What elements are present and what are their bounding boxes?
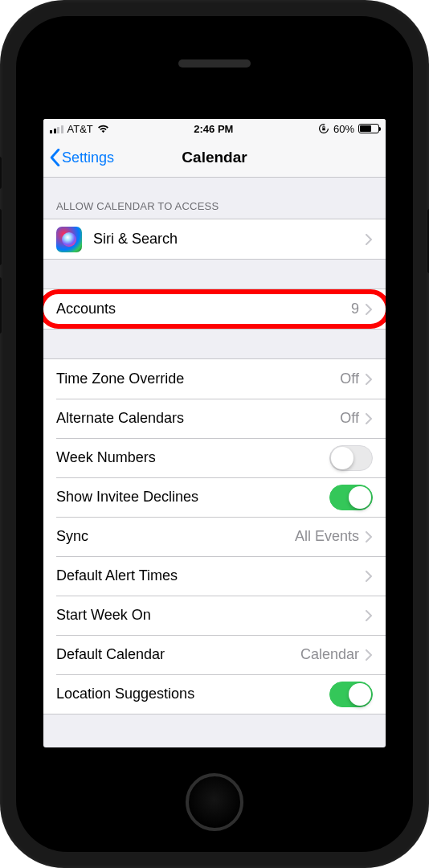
- row-start-week-on[interactable]: Start Week On: [43, 596, 386, 635]
- status-bar: AT&T 2:46 PM 60%: [43, 119, 386, 138]
- row-show-invitee-declines: Show Invitee Declines: [43, 477, 386, 517]
- row-default-alert-times[interactable]: Default Alert Times: [43, 556, 386, 596]
- row-default-calendar[interactable]: Default Calendar Calendar: [43, 635, 386, 674]
- clock-label: 2:46 PM: [194, 123, 233, 135]
- row-value: 9: [351, 301, 359, 317]
- volume-up-button: [0, 209, 2, 265]
- row-siri-search[interactable]: Siri & Search: [43, 219, 386, 259]
- chevron-right-icon: [366, 304, 373, 315]
- row-week-numbers: Week Numbers: [43, 438, 386, 477]
- row-value: All Events: [295, 528, 359, 545]
- chevron-right-icon: [366, 413, 373, 424]
- volume-down-button: [0, 277, 2, 334]
- toggle-week-numbers[interactable]: [329, 445, 373, 471]
- row-label: Time Zone Override: [56, 371, 340, 387]
- toggle-invitee-declines[interactable]: [329, 485, 373, 510]
- group-accounts: Accounts 9: [43, 289, 386, 330]
- navigation-bar: Settings Calendar: [43, 138, 386, 178]
- mute-switch: [0, 157, 2, 189]
- row-sync[interactable]: Sync All Events: [43, 517, 386, 556]
- svg-rect-1: [322, 128, 325, 130]
- chevron-left-icon: [50, 149, 60, 166]
- home-button[interactable]: [186, 773, 243, 831]
- row-label: Sync: [56, 528, 295, 545]
- group-siri: Siri & Search: [43, 219, 386, 260]
- section-header-access: ALLOW CALENDAR TO ACCESS: [43, 178, 386, 219]
- row-label: Location Suggestions: [56, 686, 329, 702]
- row-value: Calendar: [300, 646, 359, 663]
- chevron-right-icon: [366, 234, 373, 245]
- row-value: Off: [340, 410, 359, 427]
- toggle-location-suggestions[interactable]: [329, 682, 373, 707]
- row-value: Off: [340, 371, 359, 387]
- cell-signal-icon: [50, 125, 63, 133]
- row-accounts[interactable]: Accounts 9: [43, 289, 386, 329]
- row-label: Show Invitee Declines: [56, 489, 329, 506]
- row-label: Alternate Calendars: [56, 410, 340, 427]
- chevron-right-icon: [366, 374, 373, 385]
- row-alternate-calendars[interactable]: Alternate Calendars Off: [43, 399, 386, 438]
- rotation-lock-icon: [318, 123, 329, 134]
- screen: AT&T 2:46 PM 60%: [43, 119, 386, 747]
- carrier-label: AT&T: [67, 123, 93, 135]
- back-button[interactable]: Settings: [50, 149, 114, 166]
- row-label: Default Alert Times: [56, 567, 366, 584]
- chevron-right-icon: [366, 571, 373, 582]
- battery-icon: [358, 124, 379, 133]
- wifi-icon: [97, 125, 109, 133]
- siri-icon: [56, 227, 82, 252]
- back-label: Settings: [62, 149, 114, 166]
- battery-percent-label: 60%: [333, 123, 354, 135]
- row-label: Siri & Search: [93, 231, 366, 248]
- row-timezone-override[interactable]: Time Zone Override Off: [43, 359, 386, 399]
- earpiece-speaker: [178, 59, 251, 68]
- battery-fill: [360, 125, 371, 132]
- row-label: Start Week On: [56, 607, 366, 624]
- row-label: Week Numbers: [56, 449, 329, 466]
- row-label: Default Calendar: [56, 646, 300, 663]
- chevron-right-icon: [366, 649, 373, 661]
- iphone-device-frame: AT&T 2:46 PM 60%: [0, 0, 429, 868]
- chevron-right-icon: [366, 610, 373, 621]
- group-main-settings: Time Zone Override Off Alternate Calenda…: [43, 358, 386, 714]
- row-location-suggestions: Location Suggestions: [43, 674, 386, 714]
- chevron-right-icon: [366, 531, 373, 542]
- accounts-highlight: Accounts 9: [43, 289, 386, 330]
- row-label: Accounts: [56, 301, 351, 317]
